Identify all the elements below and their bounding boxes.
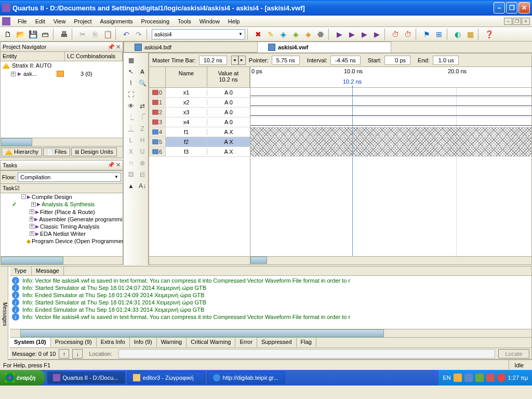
high-icon[interactable]: ⎾	[137, 112, 148, 123]
message-row[interactable]: iInfo: Started Simulator at Thu Sep 18 0…	[11, 299, 530, 306]
waveform-row[interactable]	[250, 147, 531, 157]
unknown-icon[interactable]: U	[137, 147, 148, 157]
tool2-icon[interactable]: ▦	[464, 29, 476, 40]
menu-view[interactable]: View	[49, 17, 70, 26]
start-button[interactable]: έναρξη	[0, 370, 45, 385]
panel-close-icon[interactable]: ✕	[116, 162, 121, 168]
msgtab-suppressed[interactable]: Suppressed	[257, 337, 297, 347]
pin-icon[interactable]: 📌	[108, 162, 115, 168]
tray-icon[interactable]	[464, 374, 473, 382]
pointer-icon[interactable]: ↖	[126, 66, 136, 77]
tool1-icon[interactable]: ◐	[452, 29, 463, 40]
pin-icon[interactable]: 📌	[108, 44, 115, 50]
save-icon[interactable]: 💾	[27, 29, 38, 40]
tray-icon[interactable]	[475, 374, 484, 382]
settings1-icon[interactable]: ◈	[277, 29, 289, 40]
message-row[interactable]: iInfo: Started Simulator at Thu Sep 18 0…	[11, 284, 530, 291]
waveform-row[interactable]	[250, 108, 531, 117]
timing-icon[interactable]: ⏱	[390, 29, 401, 40]
task-program[interactable]: ◆Program Device (Open Programmer)	[1, 237, 123, 245]
tray-shield-icon[interactable]	[497, 374, 506, 382]
locate-button[interactable]: Locate	[498, 349, 529, 358]
wave-hscroll[interactable]	[250, 256, 531, 264]
msgtab-processing[interactable]: Processing (9)	[51, 337, 97, 347]
waveform-row[interactable]	[250, 137, 531, 147]
tab-vwf[interactable]: askisi4.vwf	[257, 42, 391, 52]
tab-hierarchy[interactable]: Hierarchy	[2, 148, 42, 156]
signal-row[interactable]: 6f3A X	[149, 147, 250, 157]
random-icon[interactable]: ⚄	[126, 169, 136, 180]
project-combo[interactable]: askisi4 ▼	[152, 29, 245, 39]
msgtab-error[interactable]: Error	[235, 337, 257, 347]
menu-assignments[interactable]: Assignments	[96, 17, 137, 26]
navigator-hscroll[interactable]	[1, 138, 123, 146]
maximize-button[interactable]: ❐	[506, 2, 517, 14]
message-row[interactable]: iInfo: Ended Simulator at Thu Sep 18 01:…	[11, 291, 530, 299]
group-icon[interactable]: ▦	[126, 55, 136, 65]
mdi-close[interactable]: ×	[522, 18, 530, 25]
signal-row[interactable]: 2x3A 0	[149, 108, 250, 117]
start-compile-icon[interactable]: ▶	[334, 29, 345, 40]
text-icon[interactable]: A	[137, 66, 148, 77]
task-analysis[interactable]: ✓+▶Analysis & Synthesis	[1, 201, 123, 208]
hz-icon[interactable]: Z	[137, 124, 148, 134]
stop-processing-icon[interactable]: ✖	[252, 29, 264, 40]
message-row[interactable]: iInfo: Ended Simulator at Thu Sep 18 01:…	[11, 306, 530, 313]
time-prev-button[interactable]: ◂	[231, 56, 238, 65]
tab-files[interactable]: 📄Files	[43, 148, 70, 156]
msg-next-button[interactable]: ↓	[72, 349, 83, 358]
msgtab-extra[interactable]: Extra Info	[97, 337, 130, 347]
open-file-icon[interactable]: 📂	[15, 29, 26, 40]
waveform-row[interactable]	[250, 88, 531, 98]
time-next-button[interactable]: ▸	[238, 56, 246, 65]
menu-edit[interactable]: Edit	[31, 17, 49, 26]
signal-row[interactable]: 5f2A X	[149, 137, 250, 147]
wave-edit-icon[interactable]: ⌇	[126, 78, 136, 88]
menu-file[interactable]: File	[14, 17, 31, 26]
inv-icon[interactable]: ⏊	[126, 124, 136, 134]
snap-icon[interactable]: ⊟	[137, 169, 148, 180]
tasks-hscroll[interactable]	[1, 256, 123, 264]
menu-tools[interactable]: Tools	[174, 17, 195, 26]
stop-icon[interactable]: ⬣	[315, 29, 326, 40]
paste-icon[interactable]: 📋	[102, 29, 113, 40]
low-icon[interactable]: ⎿	[126, 112, 136, 123]
flow-combo[interactable]: Compilation▼	[18, 172, 121, 182]
signal-row[interactable]: 0x1A 0	[149, 88, 250, 98]
new-file-icon[interactable]: 🗋	[2, 29, 14, 40]
sort-up-icon[interactable]: ▲	[126, 181, 136, 191]
expand-icon[interactable]: +	[11, 72, 16, 76]
task-eda[interactable]: +▶EDA Netlist Writer	[1, 230, 123, 237]
zoom-icon[interactable]: 🔍	[137, 78, 148, 88]
tray-icon[interactable]	[454, 374, 462, 382]
task-assembler[interactable]: +▶Assembler (Generate programming files)	[1, 216, 123, 223]
mdi-minimize[interactable]: –	[504, 18, 512, 25]
message-list[interactable]: iInfo: Vector file askisi4.vwf is saved …	[10, 276, 531, 329]
save-all-icon[interactable]: 🗃	[39, 29, 51, 40]
time-ruler[interactable]: 0 ps 10.0 ns 20.0 ns 10.2 ns	[250, 67, 531, 88]
cut-icon[interactable]: ✂	[77, 29, 88, 40]
panel-close-icon[interactable]: ✕	[116, 44, 121, 50]
start-analysis-icon[interactable]: ▶	[346, 29, 357, 40]
message-row[interactable]: iInfo: Vector file askisi4.vwf is saved …	[11, 277, 530, 284]
count-icon[interactable]: ⊕	[137, 158, 148, 168]
mdi-restore[interactable]: ❐	[513, 18, 521, 25]
taskbar-quartus[interactable]: Quartus II - D:/Docu...	[47, 371, 125, 384]
tree-child[interactable]: + ▶ ask... 3 (0)	[1, 70, 123, 78]
full-screen-icon[interactable]: ⛶	[126, 89, 136, 100]
settings3-icon[interactable]: ◈	[302, 29, 314, 40]
replace-icon[interactable]: ⇄	[137, 101, 148, 111]
programmer-icon[interactable]: ⊞	[433, 29, 445, 40]
language-indicator[interactable]: EN	[443, 375, 450, 381]
location-input[interactable]	[118, 349, 495, 358]
tray-volume-icon[interactable]	[486, 374, 495, 382]
msgtab-warning[interactable]: Warning	[157, 337, 187, 347]
menu-processing[interactable]: Processing	[137, 17, 174, 26]
signal-row[interactable]: 4f1A X	[149, 127, 250, 137]
waveform-row[interactable]	[250, 117, 531, 127]
help-icon[interactable]: ❓	[483, 29, 495, 40]
messages-hscroll[interactable]	[10, 329, 531, 337]
start-value[interactable]: 0 ps	[384, 56, 410, 65]
sig-hscroll[interactable]	[149, 256, 250, 264]
overwrite-clock-icon[interactable]: ⏍	[126, 158, 136, 168]
